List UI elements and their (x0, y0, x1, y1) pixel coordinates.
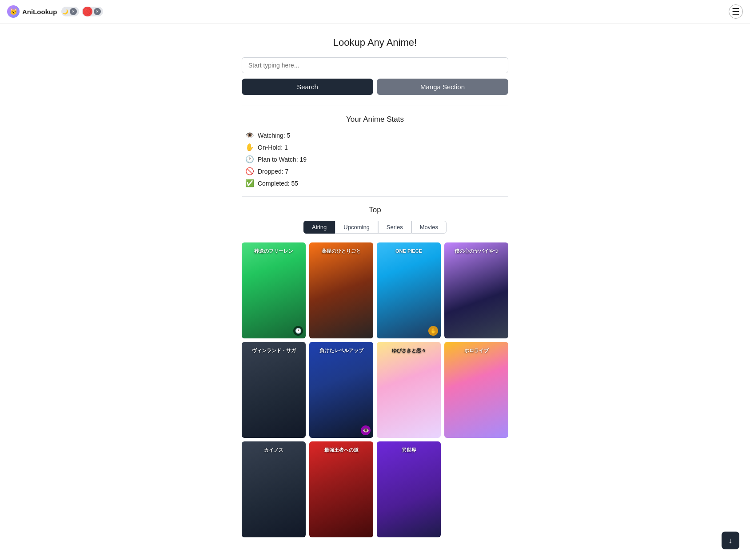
menu-button[interactable]: ☰ (729, 4, 743, 19)
card-text-onepiece: ONE PIECE (377, 242, 441, 338)
card-title-frieren: 葬送のフリーレン (254, 248, 293, 254)
dropped-icon: 🚫 (245, 167, 254, 175)
anime-card-frieren[interactable]: 葬送のフリーレン 🕐 (242, 242, 306, 338)
stats-title: Your Anime Stats (242, 115, 508, 124)
card-text-vinland: ヴィンランド・サガ (242, 342, 306, 438)
brand-avatar: 🐱 (7, 5, 20, 18)
brand: 🐱 AniLookup (7, 5, 57, 18)
card-text-bottom3: 異世界 (377, 441, 441, 537)
stat-dropped: 🚫 Dropped: 7 (245, 167, 505, 175)
onhold-icon: ✋ (245, 143, 254, 151)
anime-grid-row2: ヴィンランド・サガ 負けたレベルアップ 👁️ ゆびさきと恋々 ホロライブ (242, 342, 508, 438)
tab-series[interactable]: Series (378, 221, 411, 234)
toggle-close-1[interactable]: ✕ (70, 8, 77, 15)
stat-onhold: ✋ On-Hold: 1 (245, 143, 505, 151)
notification-icon: 🚫 (83, 7, 92, 16)
card-title-hololive: ホロライブ (464, 347, 489, 353)
button-row: Search Manga Section (242, 79, 508, 95)
search-input[interactable] (242, 57, 508, 73)
card-title-vinland: ヴィンランド・サガ (252, 347, 296, 353)
brand-name: AniLookup (22, 8, 57, 16)
watching-icon: 👁️ (245, 131, 254, 139)
stat-dropped-label: Dropped: 7 (258, 168, 288, 175)
divider-1 (242, 106, 508, 106)
card-text-kusuriya: 薬屋のひとりごと (309, 242, 373, 338)
anime-card-kusuriya[interactable]: 薬屋のひとりごと (309, 242, 373, 338)
card-text-frieren: 葬送のフリーレン (242, 242, 306, 338)
stat-completed: ✅ Completed: 55 (245, 179, 505, 187)
toggle-group: 🌙 ✕ 🚫 ✕ (61, 7, 103, 16)
navbar-right: ☰ (729, 4, 743, 19)
anime-card-onepiece[interactable]: ONE PIECE ✋ (377, 242, 441, 338)
card-title-bottom2: 最強王者への道 (324, 447, 359, 453)
anime-card-vinland[interactable]: ヴィンランド・サガ (242, 342, 306, 438)
card-badge-onepiece: ✋ (428, 326, 438, 336)
top-title: Top (242, 206, 508, 214)
navbar-left: 🐱 AniLookup 🌙 ✕ 🚫 ✕ (7, 5, 103, 18)
top-section: Top Airing Upcoming Series Movies 葬送のフリー… (242, 206, 508, 537)
tab-upcoming[interactable]: Upcoming (335, 221, 378, 234)
anime-card-levelup[interactable]: 負けたレベルアップ 👁️ (309, 342, 373, 438)
plantowatch-icon: 🕐 (245, 155, 254, 163)
anime-card-boku[interactable]: 僕の心のヤバイやつ (444, 242, 508, 338)
scroll-down-button[interactable]: ↓ (722, 532, 739, 549)
search-button[interactable]: Search (242, 79, 373, 95)
anime-grid-row1: 葬送のフリーレン 🕐 薬屋のひとりごと ONE PIECE ✋ 僕の心のヤバイや… (242, 242, 508, 338)
stats-list: 👁️ Watching: 5 ✋ On-Hold: 1 🕐 Plan to Wa… (242, 131, 508, 187)
stat-completed-label: Completed: 55 (258, 180, 298, 187)
page-title: Lookup Any Anime! (242, 37, 508, 48)
stat-plantowatch-label: Plan to Watch: 19 (258, 156, 307, 163)
card-text-levelup: 負けたレベルアップ (309, 342, 373, 438)
card-title-kusuriya: 薬屋のひとりごと (322, 248, 361, 254)
anime-grid-row3: カイノス 最強王者への道 異世界 (242, 441, 508, 537)
card-title-yubisaki: ゆびさきと恋々 (392, 347, 426, 353)
notification-toggle[interactable]: 🚫 ✕ (82, 7, 103, 16)
tab-movies[interactable]: Movies (411, 221, 447, 234)
card-title-bottom3: 異世界 (402, 447, 416, 453)
card-badge-levelup: 👁️ (361, 425, 371, 435)
search-wrapper (242, 57, 508, 73)
divider-2 (242, 196, 508, 197)
tab-airing[interactable]: Airing (303, 221, 335, 234)
card-text-boku: 僕の心のヤバイやつ (444, 242, 508, 338)
toggle-close-2[interactable]: ✕ (94, 8, 101, 15)
card-text-yubisaki: ゆびさきと恋々 (377, 342, 441, 438)
stats-section: Your Anime Stats 👁️ Watching: 5 ✋ On-Hol… (242, 115, 508, 187)
card-text-bottom2: 最強王者への道 (309, 441, 373, 537)
card-text-bottom1: カイノス (242, 441, 306, 537)
moon-icon: 🌙 (62, 9, 68, 15)
card-text-hololive: ホロライブ (444, 342, 508, 438)
stat-watching: 👁️ Watching: 5 (245, 131, 505, 139)
navbar: 🐱 AniLookup 🌙 ✕ 🚫 ✕ ☰ (0, 0, 750, 24)
card-title-boku: 僕の心のヤバイやつ (455, 248, 499, 254)
card-title-onepiece: ONE PIECE (395, 248, 422, 254)
anime-card-bottom1[interactable]: カイノス (242, 441, 306, 537)
manga-button[interactable]: Manga Section (377, 79, 508, 95)
anime-card-yubisaki[interactable]: ゆびさきと恋々 (377, 342, 441, 438)
tabs-row: Airing Upcoming Series Movies (242, 221, 508, 234)
anime-card-bottom2[interactable]: 最強王者への道 (309, 441, 373, 537)
card-badge-frieren: 🕐 (293, 326, 303, 336)
stat-onhold-label: On-Hold: 1 (258, 144, 288, 151)
card-title-bottom1: カイノス (264, 447, 283, 453)
card-title-levelup: 負けたレベルアップ (319, 347, 363, 353)
anime-card-hololive[interactable]: ホロライブ (444, 342, 508, 438)
completed-icon: ✅ (245, 179, 254, 187)
empty-slot (444, 441, 508, 537)
stat-plantowatch: 🕐 Plan to Watch: 19 (245, 155, 505, 163)
dark-mode-toggle[interactable]: 🌙 ✕ (61, 7, 79, 16)
stat-watching-label: Watching: 5 (258, 132, 290, 139)
main-content: Lookup Any Anime! Search Manga Section Y… (233, 24, 517, 560)
anime-card-bottom3[interactable]: 異世界 (377, 441, 441, 537)
